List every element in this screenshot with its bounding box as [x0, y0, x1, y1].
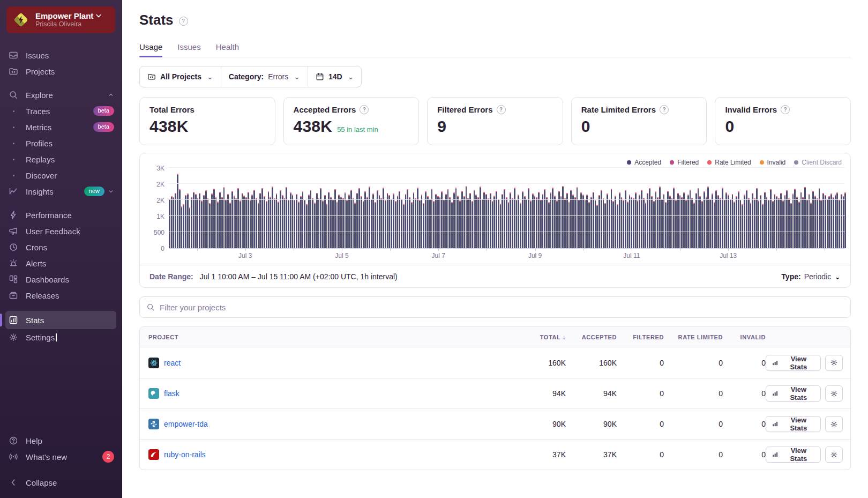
chart-bar[interactable]	[728, 195, 729, 248]
chart-bar[interactable]	[623, 200, 624, 248]
chart-bar[interactable]	[191, 197, 192, 248]
chart-bar[interactable]	[328, 192, 330, 248]
chart-bar[interactable]	[500, 204, 502, 248]
chart-bar[interactable]	[201, 200, 203, 248]
chart-bar[interactable]	[788, 198, 790, 248]
chart-bar[interactable]	[415, 198, 416, 248]
chart-bar[interactable]	[631, 197, 632, 248]
chart-bar[interactable]	[209, 203, 211, 248]
chart-bar[interactable]	[645, 203, 647, 248]
chart-bar[interactable]	[388, 195, 390, 248]
sidebar-item-dashboards[interactable]: Dashboards	[0, 271, 122, 287]
chart-bar[interactable]	[240, 200, 241, 248]
chart-bar[interactable]	[203, 195, 205, 248]
sidebar-item-metrics[interactable]: Metricsbeta	[0, 119, 122, 135]
chart-bar[interactable]	[690, 190, 691, 248]
sidebar-item-discover[interactable]: Discover	[0, 167, 122, 183]
help-icon[interactable]: ?	[497, 105, 506, 114]
chart-bar[interactable]	[643, 198, 645, 248]
chart-bar[interactable]	[324, 195, 326, 248]
chart-bar[interactable]	[369, 187, 370, 248]
chart-bar[interactable]	[387, 193, 388, 249]
chart-bar[interactable]	[514, 188, 515, 248]
chart-bar[interactable]	[768, 199, 769, 248]
chart-bar[interactable]	[179, 189, 181, 248]
chart-bar[interactable]	[363, 201, 364, 248]
chart-bar[interactable]	[433, 201, 435, 248]
chart-bar[interactable]	[372, 194, 374, 248]
sidebar-item-what-s-new[interactable]: What's new2	[0, 449, 122, 465]
chart-bar[interactable]	[326, 204, 328, 248]
sidebar-item-alerts[interactable]: Alerts	[0, 255, 122, 271]
chart-bar[interactable]	[290, 192, 291, 248]
chart-bar[interactable]	[177, 174, 178, 248]
page-help-icon[interactable]: ?	[179, 17, 188, 26]
chart-bar[interactable]	[169, 199, 170, 248]
column-header-project[interactable]: PROJECT	[140, 334, 515, 340]
chart-bar[interactable]	[358, 188, 360, 248]
chart-bar[interactable]	[314, 203, 316, 248]
chart-bar[interactable]	[582, 195, 584, 248]
chart-bar[interactable]	[245, 197, 247, 248]
chart-bar[interactable]	[615, 196, 616, 248]
chart-bar[interactable]	[256, 198, 257, 249]
chart-bar[interactable]	[687, 195, 689, 248]
chart-bar[interactable]	[431, 189, 433, 248]
chart-bar[interactable]	[707, 187, 709, 248]
chart-bar[interactable]	[243, 196, 245, 248]
chart-bar[interactable]	[742, 204, 743, 248]
chart-bar[interactable]	[649, 188, 650, 248]
chart-bar[interactable]	[366, 197, 368, 248]
chart-bar[interactable]	[552, 188, 553, 248]
chart-bar[interactable]	[419, 200, 421, 248]
chart-bar[interactable]	[318, 198, 320, 248]
chart-bar[interactable]	[463, 196, 465, 248]
project-link[interactable]: react	[164, 359, 181, 367]
chart-bar[interactable]	[536, 197, 537, 248]
chart-bar[interactable]	[671, 198, 673, 248]
chart-bar[interactable]	[284, 198, 286, 249]
chart-bar[interactable]	[804, 187, 806, 248]
chart-bar[interactable]	[706, 197, 707, 248]
chart-bar[interactable]	[492, 201, 493, 248]
help-icon[interactable]: ?	[360, 105, 369, 114]
chart-bar[interactable]	[776, 196, 777, 248]
chart-bar[interactable]	[542, 194, 544, 248]
chart-bar[interactable]	[744, 195, 745, 248]
chart-bar[interactable]	[681, 197, 683, 248]
chart-bar[interactable]	[841, 194, 842, 248]
category-filter-dropdown[interactable]: Category: Errors ⌄	[221, 66, 308, 87]
chart-bar[interactable]	[219, 192, 221, 248]
chart-bar[interactable]	[554, 196, 556, 248]
sidebar-item-stats[interactable]: Stats	[5, 311, 116, 329]
chart-bar[interactable]	[474, 190, 475, 248]
chart-bar[interactable]	[397, 196, 399, 248]
chart-bar[interactable]	[482, 199, 483, 248]
chart-bar[interactable]	[746, 190, 747, 248]
chart-bar[interactable]	[185, 195, 186, 248]
chart-bar[interactable]	[490, 193, 491, 248]
project-link[interactable]: flask	[164, 389, 179, 398]
chart-bar[interactable]	[580, 192, 582, 248]
chart-bar[interactable]	[330, 197, 332, 248]
chart-bar[interactable]	[350, 190, 352, 248]
sidebar-item-explore[interactable]: Explore	[0, 87, 122, 103]
chart-bar[interactable]	[709, 199, 711, 248]
chart-bar[interactable]	[566, 193, 568, 248]
chart-bar[interactable]	[695, 193, 697, 248]
chart-bar[interactable]	[810, 203, 812, 249]
chart-bar[interactable]	[774, 194, 776, 248]
chart-bar[interactable]	[647, 193, 648, 248]
chart-bar[interactable]	[806, 199, 808, 249]
chart-bar[interactable]	[574, 197, 576, 248]
chart-bar[interactable]	[441, 191, 443, 248]
chart-bar[interactable]	[409, 197, 410, 248]
legend-item-filtered[interactable]: Filtered	[670, 159, 699, 166]
chart-bar[interactable]	[637, 200, 639, 248]
chart-bar[interactable]	[827, 199, 828, 248]
chart-bar[interactable]	[498, 199, 499, 248]
column-header-rate-limited[interactable]: RATE LIMITED	[664, 334, 723, 340]
chart-bar[interactable]	[294, 199, 295, 249]
chart-bar[interactable]	[659, 187, 661, 248]
chart-bar[interactable]	[607, 194, 608, 248]
